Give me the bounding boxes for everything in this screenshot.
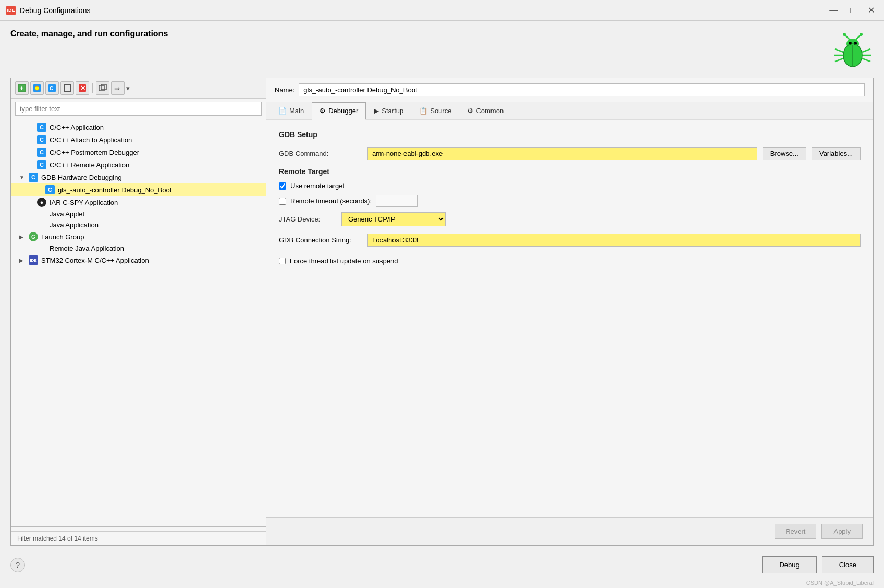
main-tab-icon: 📄 <box>278 107 287 115</box>
remote-timeout-checkbox[interactable] <box>279 198 286 205</box>
tab-common[interactable]: ⚙ Common <box>459 102 511 119</box>
tree-area: C C/C++ Application C C/C++ Attach to Ap… <box>11 119 266 522</box>
tree-item-launch-group[interactable]: ▶ G Launch Group <box>11 230 266 243</box>
expand-icon[interactable]: ▶ <box>19 234 26 240</box>
tree-item-java-applet[interactable]: Java Applet <box>11 209 266 219</box>
cpp-icon: C <box>37 160 46 169</box>
svg-line-10 <box>835 58 843 62</box>
help-button[interactable]: ? <box>10 558 25 572</box>
jtag-row: JTAG Device: Generic TCP/IP OpenOCD J-Li… <box>279 212 861 226</box>
tree-label: gls_-auto_-controller Debug_No_Boot <box>58 186 171 194</box>
tree-item-iar[interactable]: ● IAR C-SPY Application <box>11 196 266 209</box>
titlebar: IDE Debug Configurations — □ ✕ <box>0 0 884 21</box>
browse-button[interactable]: Browse... <box>763 147 806 160</box>
svg-point-4 <box>843 33 846 36</box>
main-tab-label: Main <box>289 107 304 115</box>
tree-label: IAR C-SPY Application <box>50 199 118 206</box>
duplicate-button[interactable] <box>96 81 109 95</box>
tree-label: C/C++ Attach to Application <box>50 136 132 144</box>
link-button[interactable]: ⇒ <box>111 81 125 95</box>
remote-timeout-row: Remote timeout (seconds): <box>279 195 861 207</box>
tree-item-cpp-app[interactable]: C C/C++ Application <box>11 121 266 133</box>
window-title: Debug Configurations <box>20 6 90 15</box>
use-remote-row: Use remote target <box>279 182 861 190</box>
svg-line-13 <box>862 58 870 62</box>
name-label: Name: <box>275 86 294 94</box>
new-proto-button[interactable] <box>30 81 44 95</box>
minimize-button[interactable]: — <box>826 5 841 16</box>
gls-icon: C <box>45 185 55 194</box>
tree-label: C/C++ Postmortem Debugger <box>50 149 139 156</box>
tree-item-cpp-postmortem[interactable]: C C/C++ Postmortem Debugger <box>11 146 266 158</box>
use-remote-checkbox[interactable] <box>279 182 286 190</box>
tree-item-gdb-hw[interactable]: ▼ C GDB Hardware Debugging <box>11 171 266 183</box>
tab-startup[interactable]: ▶ Startup <box>366 102 411 119</box>
remote-target-title: Remote Target <box>279 167 861 176</box>
gdb-command-input[interactable] <box>367 147 757 160</box>
gdb-conn-input[interactable] <box>367 234 861 247</box>
gdb-conn-label: GDB Connection String: <box>279 236 362 244</box>
apply-button[interactable]: Apply <box>821 524 863 539</box>
divider <box>11 526 266 527</box>
tree-item-gls-config[interactable]: C gls_-auto_-controller Debug_No_Boot <box>11 183 266 196</box>
startup-tab-label: Startup <box>382 107 403 115</box>
tree-label: Launch Group <box>41 233 84 241</box>
expand-icon[interactable]: ▼ <box>19 175 26 180</box>
close-button[interactable]: ✕ <box>865 4 878 16</box>
separator-1 <box>92 83 93 93</box>
tree-label: C/C++ Application <box>50 124 104 131</box>
svg-text:C: C <box>50 85 53 91</box>
bug-icon <box>832 29 874 72</box>
tree-item-stm32[interactable]: ▶ IDE STM32 Cortex-M C/C++ Application <box>11 254 266 266</box>
tree-label: Java Applet <box>50 210 84 218</box>
ide-icon: IDE <box>6 6 16 15</box>
remote-timeout-input[interactable] <box>376 195 418 207</box>
toolbar: + C ✕ <box>11 78 266 99</box>
jtag-select[interactable]: Generic TCP/IP OpenOCD J-Link <box>341 212 446 226</box>
variables-button[interactable]: Variables... <box>812 147 861 160</box>
tree-item-cpp-attach[interactable]: C C/C++ Attach to Application <box>11 133 266 146</box>
new-shared-button[interactable] <box>60 81 74 95</box>
svg-point-5 <box>860 33 863 36</box>
svg-line-8 <box>835 49 843 52</box>
bottom-buttons: Revert Apply <box>266 517 873 545</box>
filter-input[interactable] <box>15 102 262 116</box>
new-type-button[interactable]: C <box>45 81 59 95</box>
svg-line-11 <box>862 49 870 52</box>
footer-buttons: Debug Close <box>762 556 874 573</box>
ide-tree-icon: IDE <box>29 255 38 265</box>
config-name-input[interactable] <box>299 83 865 96</box>
tab-debugger[interactable]: ⚙ Debugger <box>312 102 366 120</box>
panels: + C ✕ <box>10 78 874 546</box>
page-title: Create, manage, and run configurations <box>10 29 168 39</box>
tree-item-cpp-remote[interactable]: C C/C++ Remote Application <box>11 158 266 171</box>
revert-button[interactable]: Revert <box>775 524 816 539</box>
delete-button[interactable]: ✕ <box>76 81 89 95</box>
maximize-button[interactable]: □ <box>847 5 858 16</box>
tree-item-java-app[interactable]: Java Application <box>11 219 266 230</box>
svg-rect-22 <box>64 85 70 91</box>
tree-label: STM32 Cortex-M C/C++ Application <box>41 256 149 264</box>
tree-label: C/C++ Remote Application <box>50 161 129 169</box>
expand-icon[interactable]: ▶ <box>19 258 26 263</box>
gdb-command-label: GDB Command: <box>279 150 362 157</box>
tab-main[interactable]: 📄 Main <box>271 102 312 119</box>
tab-source[interactable]: 📋 Source <box>411 102 459 119</box>
tabs-row: 📄 Main ⚙ Debugger ▶ Startup 📋 Source <box>266 102 873 120</box>
svg-text:+: + <box>20 84 23 92</box>
new-config-button[interactable]: + <box>15 81 29 95</box>
source-tab-label: Source <box>430 107 451 115</box>
debugger-tab-icon: ⚙ <box>320 107 326 115</box>
debug-button[interactable]: Debug <box>762 556 816 573</box>
cpp-icon: C <box>37 135 46 144</box>
dropdown-arrow[interactable]: ▾ <box>126 84 130 92</box>
header-area: Create, manage, and run configurations <box>0 21 884 78</box>
force-thread-checkbox[interactable] <box>279 258 286 264</box>
filter-status: Filter matched 14 of 14 items <box>11 531 266 545</box>
titlebar-controls: — □ ✕ <box>826 4 878 16</box>
name-row: Name: <box>266 78 873 102</box>
gdb-setup-title: GDB Setup <box>279 130 861 139</box>
tree-item-remote-java[interactable]: Remote Java Application <box>11 243 266 254</box>
svg-point-19 <box>35 86 39 90</box>
close-button[interactable]: Close <box>822 556 874 573</box>
